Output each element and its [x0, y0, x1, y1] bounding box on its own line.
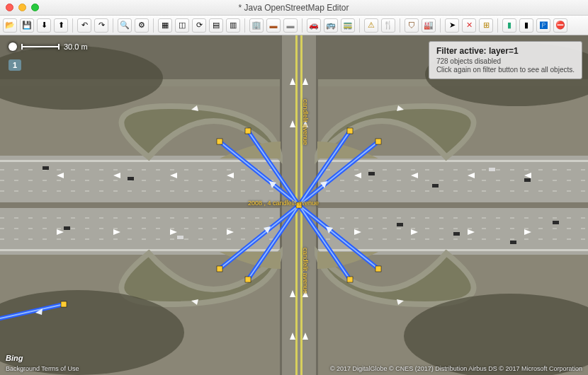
- building-icon: ▬: [287, 21, 295, 30]
- node-icon: ⊞: [483, 21, 490, 30]
- open-button[interactable]: 📂: [3, 18, 17, 33]
- toolbar-separator: [113, 18, 113, 33]
- refresh-button[interactable]: ⟳: [192, 18, 206, 33]
- preset-car-button[interactable]: 🚗: [307, 18, 321, 33]
- scale-label: 30.0 m: [64, 42, 88, 51]
- scale-bar: 30.0 m: [9, 42, 88, 51]
- preferences-button[interactable]: ⚙: [135, 18, 149, 33]
- wireframe-button[interactable]: ▦: [158, 18, 172, 33]
- svg-rect-22: [128, 177, 134, 180]
- factory-icon: 🏭: [424, 21, 434, 30]
- wireframe-icon: ▦: [162, 21, 169, 30]
- search-button[interactable]: 🔍: [118, 18, 132, 33]
- preset-bus-button[interactable]: 🚌: [324, 18, 338, 33]
- toolbar-separator: [400, 18, 400, 33]
- tool-button[interactable]: ▥: [226, 18, 240, 33]
- svg-rect-31: [510, 241, 516, 244]
- upload-icon: ⬆: [58, 21, 64, 30]
- svg-rect-25: [489, 168, 495, 171]
- search-icon: 🔍: [120, 21, 130, 30]
- window-title: * Java OpenStreetMap Editor: [26, 3, 561, 13]
- preset-factory-button[interactable]: ⛉: [405, 18, 419, 33]
- upload-button[interactable]: ⬆: [54, 18, 68, 33]
- toolbar-separator: [497, 18, 498, 33]
- svg-rect-24: [432, 184, 439, 188]
- background-terms-link[interactable]: Background Terms of Use: [6, 365, 79, 372]
- preset-train-button[interactable]: 🚃: [341, 18, 355, 33]
- toolbar-separator: [72, 18, 73, 33]
- no-entry-icon: ⛔: [555, 21, 565, 30]
- filter-title: Filter active: layer=1: [436, 46, 575, 56]
- close-icon[interactable]: [6, 4, 13, 11]
- svg-rect-27: [64, 226, 70, 230]
- imagery-provider: Bing: [6, 354, 23, 362]
- svg-rect-30: [453, 232, 460, 236]
- filter-count: 728 objects disabled: [436, 57, 575, 66]
- undo-icon: ↶: [81, 21, 88, 30]
- preset-industry-button[interactable]: 🏭: [422, 18, 436, 33]
- redo-button[interactable]: ↷: [94, 18, 108, 33]
- traffic-sign-icon: ▮: [524, 21, 528, 30]
- save-icon: 💾: [22, 21, 32, 30]
- svg-rect-28: [177, 236, 183, 239]
- tool-icon: ⛉: [408, 21, 416, 30]
- layer-badge[interactable]: 1: [9, 59, 21, 71]
- filter-hint: Click again on filter button to see all …: [436, 66, 575, 74]
- main-toolbar: 📂 💾 ⬇ ⬆ ↶ ↷ 🔍 ⚙ ▦ ◫ ⟳ ▤ ▥ 🏢 ▬ ▬ 🚗 🚌 🚃 ⚠ …: [0, 16, 588, 35]
- draw-tool-button[interactable]: ✕: [462, 18, 476, 33]
- undo-button[interactable]: ↶: [77, 18, 91, 33]
- toolbar-separator: [359, 18, 360, 33]
- preset-building-button[interactable]: 🏢: [249, 18, 264, 33]
- save-button[interactable]: 💾: [20, 18, 34, 33]
- toolbar-separator: [244, 18, 245, 33]
- toolbar-separator: [302, 18, 303, 33]
- preset-warning-button[interactable]: ⚠: [364, 18, 378, 33]
- open-icon: 📂: [5, 21, 15, 30]
- toolbar-separator: [153, 18, 154, 33]
- road-info-label: 2008 , 4 candlelit avenue: [248, 200, 319, 207]
- tool-button[interactable]: ▤: [209, 18, 223, 33]
- bus-icon: 🚌: [326, 21, 336, 30]
- food-icon: 🍴: [383, 21, 393, 30]
- dialogs-button[interactable]: ◫: [175, 18, 189, 33]
- preset-food-button[interactable]: 🍴: [381, 18, 395, 33]
- toolbar-separator: [440, 18, 441, 33]
- traffic-sign-icon: ▮: [507, 21, 511, 30]
- window-titlebar: * Java OpenStreetMap Editor: [0, 0, 588, 16]
- road-name-label: candlelit avenue: [302, 248, 309, 294]
- gear-icon: ⚙: [138, 21, 145, 30]
- tool-icon: ▤: [213, 21, 220, 30]
- window-icon: ◫: [179, 21, 186, 30]
- train-icon: 🚃: [343, 21, 353, 30]
- svg-rect-26: [524, 178, 531, 182]
- cross-icon: ✕: [466, 21, 473, 30]
- imagery-attribution: © 2017 DigitalGlobe © CNES (2017) Distri…: [330, 365, 582, 372]
- car-icon: 🚗: [309, 21, 319, 30]
- select-tool-button[interactable]: ➤: [445, 18, 459, 33]
- minimize-icon[interactable]: [18, 4, 26, 11]
- map-canvas[interactable]: 30.0 m 1 candlelit avenue 2008 , 4 candl…: [0, 35, 588, 375]
- preset-noentry-button[interactable]: ⛔: [553, 18, 567, 33]
- road-name-label: candlelit avenue: [302, 99, 309, 145]
- tool-icon: ▥: [230, 21, 237, 30]
- preset-traffic-button[interactable]: ▮: [502, 18, 516, 33]
- preset-building-button[interactable]: ▬: [266, 18, 281, 33]
- building-icon: 🏢: [251, 21, 261, 30]
- svg-rect-29: [397, 223, 403, 226]
- redo-icon: ↷: [98, 21, 105, 30]
- filter-button[interactable]: ⊞: [479, 18, 493, 33]
- preset-traffic-button[interactable]: ▮: [519, 18, 533, 33]
- svg-rect-32: [553, 221, 559, 224]
- download-icon: ⬇: [41, 21, 47, 30]
- refresh-icon: ⟳: [196, 21, 203, 30]
- scale-origin-icon: [9, 42, 17, 51]
- svg-rect-21: [43, 166, 49, 170]
- scale-line-icon: [21, 46, 60, 47]
- cursor-icon: ➤: [449, 21, 456, 30]
- preset-building-button[interactable]: ▬: [283, 18, 298, 33]
- svg-rect-23: [368, 172, 375, 175]
- building-icon: ▬: [270, 21, 278, 30]
- filter-notice[interactable]: Filter active: layer=1 728 objects disab…: [429, 41, 582, 79]
- download-button[interactable]: ⬇: [37, 18, 51, 33]
- preset-parking-button[interactable]: 🅿: [536, 18, 550, 33]
